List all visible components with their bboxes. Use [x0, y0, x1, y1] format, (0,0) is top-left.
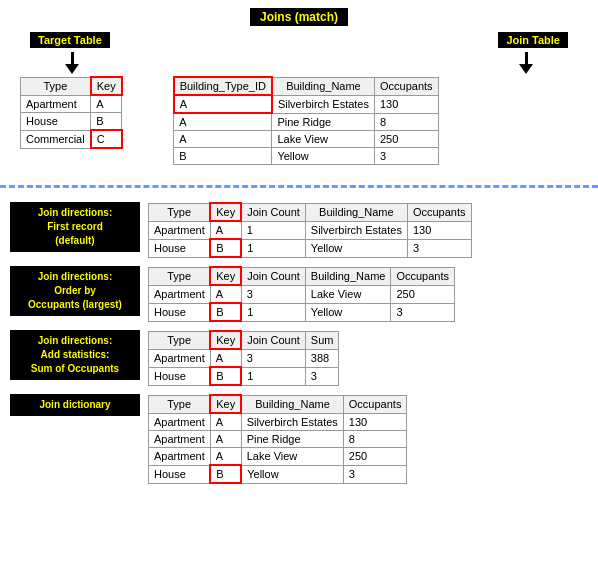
cell-name: Silverbirch Estates — [305, 221, 407, 239]
col-sum: Sum — [305, 331, 339, 349]
cell-joincount: 1 — [241, 303, 305, 321]
table-row: B Yellow 3 — [174, 148, 438, 165]
right-table-col-occupants: Occupants — [374, 77, 438, 95]
cell-typeid: A — [174, 95, 272, 113]
cell-type: Apartment — [21, 95, 91, 113]
cell-joincount: 1 — [241, 239, 305, 257]
section3-table: Type Key Join Count Sum Apartment A 3 38… — [148, 330, 339, 386]
cell-type: Apartment — [149, 349, 211, 367]
cell-type: House — [149, 367, 211, 385]
arrows-area — [10, 52, 588, 74]
col-buildingname: Building_Name — [241, 395, 343, 413]
right-arrow-shaft — [525, 52, 528, 64]
cell-key-red: C — [91, 130, 122, 148]
right-arrow-head — [519, 64, 533, 74]
col-joincount: Join Count — [241, 267, 305, 285]
cell-joincount: 1 — [241, 367, 305, 385]
cell-key-red: B — [210, 367, 241, 385]
cell-key: A — [210, 349, 241, 367]
left-arrow-head — [65, 64, 79, 74]
cell-occupants: 130 — [407, 221, 471, 239]
cell-occupants: 130 — [343, 413, 407, 431]
section4-row: Join dictionary Type Key Building_Name O… — [10, 394, 588, 484]
table-row: House B 1 Yellow 3 — [149, 239, 472, 257]
cell-type: Apartment — [149, 413, 211, 431]
section-divider — [0, 185, 598, 188]
table-row: Apartment A — [21, 95, 122, 113]
cell-key: A — [210, 221, 241, 239]
col-buildingname: Building_Name — [305, 203, 407, 221]
table-row: A Silverbirch Estates 130 — [174, 95, 438, 113]
col-type: Type — [149, 203, 211, 221]
cell-occupants: 250 — [374, 131, 438, 148]
header-area: Joins (match) Target Table Join Table — [10, 8, 588, 48]
section3-label: Join directions:Add statistics:Sum of Oc… — [10, 330, 140, 380]
cell-name: Yellow — [305, 303, 391, 321]
right-table-col-typeid: Building_Type_ID — [174, 77, 272, 95]
left-table-col-type: Type — [21, 77, 91, 95]
table-row: House B 1 3 — [149, 367, 339, 385]
cell-name: Yellow — [305, 239, 407, 257]
bottom-sections: Join directions:First record(default) Ty… — [0, 198, 598, 488]
cell-name: Pine Ridge — [272, 113, 375, 131]
cell-name: Lake View — [272, 131, 375, 148]
cell-joincount: 3 — [241, 349, 305, 367]
table-row: A Lake View 250 — [174, 131, 438, 148]
cell-key: A — [210, 448, 241, 466]
cell-occupants: 8 — [374, 113, 438, 131]
sub-labels-row: Target Table Join Table — [10, 32, 588, 48]
cell-key: B — [91, 113, 122, 131]
cell-key-red: B — [210, 239, 241, 257]
section1-table: Type Key Join Count Building_Name Occupa… — [148, 202, 472, 258]
left-arrow — [65, 52, 79, 74]
table-row: Apartment A 1 Silverbirch Estates 130 — [149, 221, 472, 239]
cell-sum: 388 — [305, 349, 339, 367]
table-row: House B — [21, 113, 122, 131]
cell-type: House — [149, 465, 211, 483]
cell-typeid: A — [174, 113, 272, 131]
section3-row: Join directions:Add statistics:Sum of Oc… — [10, 330, 588, 386]
right-table: Building_Type_ID Building_Name Occupants… — [173, 76, 439, 165]
cell-key: A — [91, 95, 122, 113]
tables-top-row: Type Key Apartment A House B Commercial … — [10, 76, 588, 165]
right-arrow — [519, 52, 533, 74]
cell-type: House — [149, 303, 211, 321]
cell-type: Commercial — [21, 130, 91, 148]
section4-label: Join dictionary — [10, 394, 140, 416]
main-title: Joins (match) — [250, 8, 348, 26]
cell-typeid: B — [174, 148, 272, 165]
cell-occupants: 3 — [391, 303, 455, 321]
col-occupants: Occupants — [407, 203, 471, 221]
col-type: Type — [149, 331, 211, 349]
section2-table: Type Key Join Count Building_Name Occupa… — [148, 266, 455, 322]
cell-occupants: 3 — [343, 465, 407, 483]
cell-name: Lake View — [241, 448, 343, 466]
cell-type: House — [21, 113, 91, 131]
cell-type: Apartment — [149, 221, 211, 239]
col-key: Key — [210, 395, 241, 413]
table-row: Apartment A Lake View 250 — [149, 448, 407, 466]
cell-name: Silverbirch Estates — [241, 413, 343, 431]
table-row: Commercial C — [21, 130, 122, 148]
table-row: Apartment A Pine Ridge 8 — [149, 431, 407, 448]
top-section: Joins (match) Target Table Join Table Ty… — [0, 0, 598, 175]
cell-name: Lake View — [305, 285, 391, 303]
col-joincount: Join Count — [241, 331, 305, 349]
cell-type: Apartment — [149, 285, 211, 303]
col-key: Key — [210, 331, 241, 349]
cell-joincount: 1 — [241, 221, 305, 239]
section1-row: Join directions:First record(default) Ty… — [10, 202, 588, 258]
left-table-label: Target Table — [30, 32, 110, 48]
right-table-col-name: Building_Name — [272, 77, 375, 95]
cell-occupants: 8 — [343, 431, 407, 448]
col-buildingname: Building_Name — [305, 267, 391, 285]
table-row: Apartment A Silverbirch Estates 130 — [149, 413, 407, 431]
cell-name: Silverbirch Estates — [272, 95, 375, 113]
col-occupants: Occupants — [391, 267, 455, 285]
section1-label: Join directions:First record(default) — [10, 202, 140, 252]
section4-table: Type Key Building_Name Occupants Apartme… — [148, 394, 407, 484]
cell-occupants: 3 — [374, 148, 438, 165]
cell-name: Yellow — [272, 148, 375, 165]
cell-sum: 3 — [305, 367, 339, 385]
col-type: Type — [149, 395, 211, 413]
